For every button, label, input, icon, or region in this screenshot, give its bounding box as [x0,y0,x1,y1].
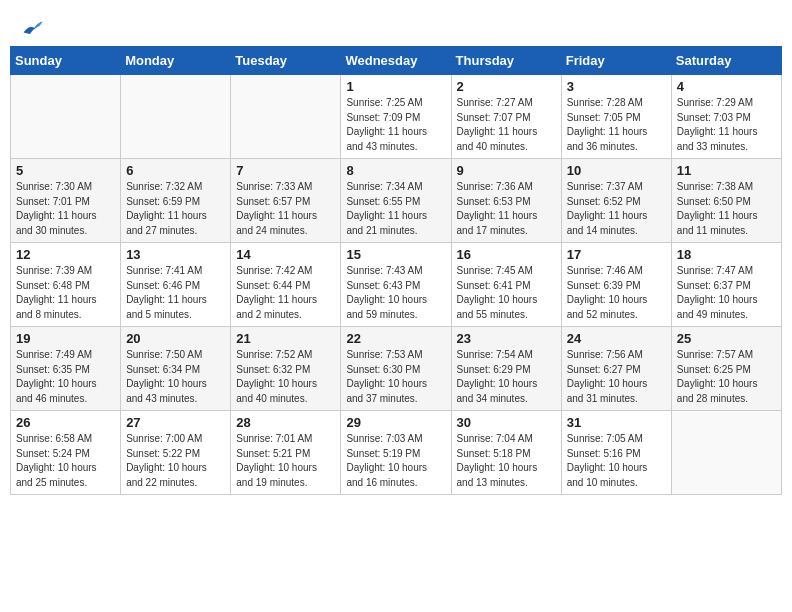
calendar-cell: 5Sunrise: 7:30 AM Sunset: 7:01 PM Daylig… [11,159,121,243]
day-number: 24 [567,331,666,346]
day-number: 17 [567,247,666,262]
calendar-cell: 27Sunrise: 7:00 AM Sunset: 5:22 PM Dayli… [121,411,231,495]
calendar-cell: 30Sunrise: 7:04 AM Sunset: 5:18 PM Dayli… [451,411,561,495]
calendar-cell: 28Sunrise: 7:01 AM Sunset: 5:21 PM Dayli… [231,411,341,495]
day-info: Sunrise: 7:36 AM Sunset: 6:53 PM Dayligh… [457,180,556,238]
calendar-cell: 1Sunrise: 7:25 AM Sunset: 7:09 PM Daylig… [341,75,451,159]
day-info: Sunrise: 7:41 AM Sunset: 6:46 PM Dayligh… [126,264,225,322]
day-number: 26 [16,415,115,430]
calendar-cell: 26Sunrise: 6:58 AM Sunset: 5:24 PM Dayli… [11,411,121,495]
day-number: 13 [126,247,225,262]
calendar-cell: 23Sunrise: 7:54 AM Sunset: 6:29 PM Dayli… [451,327,561,411]
day-number: 2 [457,79,556,94]
day-number: 6 [126,163,225,178]
weekday-header-sunday: Sunday [11,47,121,75]
calendar-week-row: 19Sunrise: 7:49 AM Sunset: 6:35 PM Dayli… [11,327,782,411]
calendar-cell: 2Sunrise: 7:27 AM Sunset: 7:07 PM Daylig… [451,75,561,159]
day-number: 25 [677,331,776,346]
day-number: 1 [346,79,445,94]
day-info: Sunrise: 7:49 AM Sunset: 6:35 PM Dayligh… [16,348,115,406]
day-info: Sunrise: 7:33 AM Sunset: 6:57 PM Dayligh… [236,180,335,238]
calendar-week-row: 26Sunrise: 6:58 AM Sunset: 5:24 PM Dayli… [11,411,782,495]
calendar-cell: 11Sunrise: 7:38 AM Sunset: 6:50 PM Dayli… [671,159,781,243]
weekday-header-monday: Monday [121,47,231,75]
calendar-cell: 18Sunrise: 7:47 AM Sunset: 6:37 PM Dayli… [671,243,781,327]
calendar-week-row: 1Sunrise: 7:25 AM Sunset: 7:09 PM Daylig… [11,75,782,159]
weekday-header-friday: Friday [561,47,671,75]
weekday-header-tuesday: Tuesday [231,47,341,75]
calendar-cell: 13Sunrise: 7:41 AM Sunset: 6:46 PM Dayli… [121,243,231,327]
day-info: Sunrise: 7:39 AM Sunset: 6:48 PM Dayligh… [16,264,115,322]
day-info: Sunrise: 7:01 AM Sunset: 5:21 PM Dayligh… [236,432,335,490]
day-number: 11 [677,163,776,178]
calendar-week-row: 12Sunrise: 7:39 AM Sunset: 6:48 PM Dayli… [11,243,782,327]
day-number: 21 [236,331,335,346]
day-info: Sunrise: 7:29 AM Sunset: 7:03 PM Dayligh… [677,96,776,154]
day-number: 10 [567,163,666,178]
day-info: Sunrise: 6:58 AM Sunset: 5:24 PM Dayligh… [16,432,115,490]
calendar-cell: 4Sunrise: 7:29 AM Sunset: 7:03 PM Daylig… [671,75,781,159]
day-number: 18 [677,247,776,262]
day-info: Sunrise: 7:05 AM Sunset: 5:16 PM Dayligh… [567,432,666,490]
day-info: Sunrise: 7:38 AM Sunset: 6:50 PM Dayligh… [677,180,776,238]
calendar-cell: 16Sunrise: 7:45 AM Sunset: 6:41 PM Dayli… [451,243,561,327]
day-number: 27 [126,415,225,430]
day-number: 5 [16,163,115,178]
day-info: Sunrise: 7:30 AM Sunset: 7:01 PM Dayligh… [16,180,115,238]
day-number: 30 [457,415,556,430]
calendar-cell: 25Sunrise: 7:57 AM Sunset: 6:25 PM Dayli… [671,327,781,411]
calendar-table: SundayMondayTuesdayWednesdayThursdayFrid… [10,46,782,495]
day-info: Sunrise: 7:46 AM Sunset: 6:39 PM Dayligh… [567,264,666,322]
calendar-cell [231,75,341,159]
day-number: 8 [346,163,445,178]
day-number: 31 [567,415,666,430]
calendar-cell [121,75,231,159]
calendar-cell: 10Sunrise: 7:37 AM Sunset: 6:52 PM Dayli… [561,159,671,243]
day-info: Sunrise: 7:43 AM Sunset: 6:43 PM Dayligh… [346,264,445,322]
calendar-cell: 31Sunrise: 7:05 AM Sunset: 5:16 PM Dayli… [561,411,671,495]
logo-bird-icon [22,18,44,36]
day-info: Sunrise: 7:25 AM Sunset: 7:09 PM Dayligh… [346,96,445,154]
day-number: 15 [346,247,445,262]
weekday-header-wednesday: Wednesday [341,47,451,75]
day-number: 16 [457,247,556,262]
day-info: Sunrise: 7:04 AM Sunset: 5:18 PM Dayligh… [457,432,556,490]
day-number: 20 [126,331,225,346]
calendar-cell [11,75,121,159]
logo [20,18,44,36]
day-number: 23 [457,331,556,346]
day-info: Sunrise: 7:42 AM Sunset: 6:44 PM Dayligh… [236,264,335,322]
calendar-header-row: SundayMondayTuesdayWednesdayThursdayFrid… [11,47,782,75]
calendar-cell: 8Sunrise: 7:34 AM Sunset: 6:55 PM Daylig… [341,159,451,243]
day-info: Sunrise: 7:56 AM Sunset: 6:27 PM Dayligh… [567,348,666,406]
weekday-header-thursday: Thursday [451,47,561,75]
day-number: 7 [236,163,335,178]
calendar-cell: 9Sunrise: 7:36 AM Sunset: 6:53 PM Daylig… [451,159,561,243]
day-info: Sunrise: 7:27 AM Sunset: 7:07 PM Dayligh… [457,96,556,154]
day-info: Sunrise: 7:50 AM Sunset: 6:34 PM Dayligh… [126,348,225,406]
calendar-cell: 19Sunrise: 7:49 AM Sunset: 6:35 PM Dayli… [11,327,121,411]
day-info: Sunrise: 7:34 AM Sunset: 6:55 PM Dayligh… [346,180,445,238]
calendar-cell: 17Sunrise: 7:46 AM Sunset: 6:39 PM Dayli… [561,243,671,327]
calendar-cell: 15Sunrise: 7:43 AM Sunset: 6:43 PM Dayli… [341,243,451,327]
day-number: 29 [346,415,445,430]
day-number: 19 [16,331,115,346]
calendar-cell: 3Sunrise: 7:28 AM Sunset: 7:05 PM Daylig… [561,75,671,159]
page-header [10,10,782,40]
day-info: Sunrise: 7:03 AM Sunset: 5:19 PM Dayligh… [346,432,445,490]
day-info: Sunrise: 7:53 AM Sunset: 6:30 PM Dayligh… [346,348,445,406]
day-number: 9 [457,163,556,178]
calendar-cell: 22Sunrise: 7:53 AM Sunset: 6:30 PM Dayli… [341,327,451,411]
day-number: 28 [236,415,335,430]
day-number: 22 [346,331,445,346]
day-number: 12 [16,247,115,262]
day-info: Sunrise: 7:32 AM Sunset: 6:59 PM Dayligh… [126,180,225,238]
day-number: 4 [677,79,776,94]
calendar-cell: 7Sunrise: 7:33 AM Sunset: 6:57 PM Daylig… [231,159,341,243]
day-info: Sunrise: 7:54 AM Sunset: 6:29 PM Dayligh… [457,348,556,406]
calendar-cell: 14Sunrise: 7:42 AM Sunset: 6:44 PM Dayli… [231,243,341,327]
day-info: Sunrise: 7:57 AM Sunset: 6:25 PM Dayligh… [677,348,776,406]
calendar-cell: 29Sunrise: 7:03 AM Sunset: 5:19 PM Dayli… [341,411,451,495]
day-info: Sunrise: 7:47 AM Sunset: 6:37 PM Dayligh… [677,264,776,322]
day-info: Sunrise: 7:45 AM Sunset: 6:41 PM Dayligh… [457,264,556,322]
